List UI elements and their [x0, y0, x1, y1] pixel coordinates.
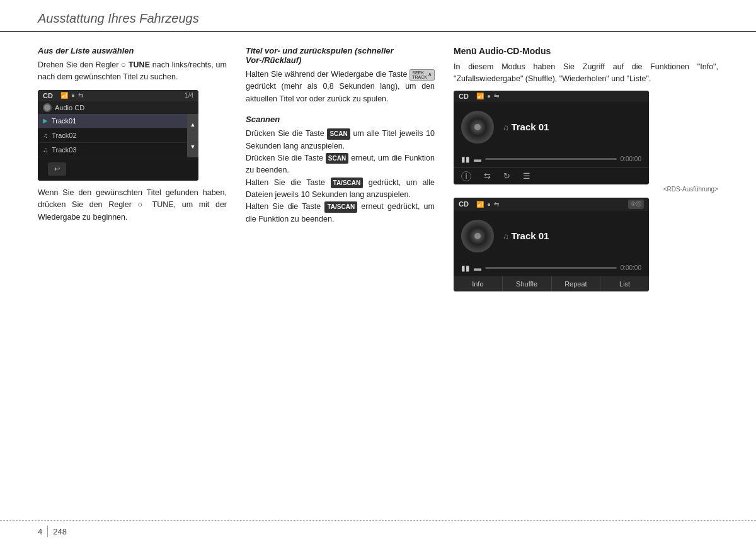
track-list-wrapper: ▶ Track01 ♫ Track02 ♫ Track03 ▲ ▼ [38, 114, 198, 157]
pause-btn-2[interactable]: ▮▮ [461, 264, 470, 273]
cd-title: Audio CD [55, 104, 84, 111]
track-name-2: Track02 [52, 132, 76, 139]
cd-label-large-2: CD [459, 200, 469, 208]
cd-large-topbar-2: CD 📶 ● ⇆ ①⓪ [454, 198, 649, 211]
info-icon-1[interactable]: i [461, 171, 471, 181]
col2-section1-body: Halten Sie während der Wiedergabe die Ta… [246, 69, 435, 105]
col2-section2-body2: Drücken Sie die Taste SCAN erneut, um di… [246, 152, 435, 177]
page-num: 1/4 [185, 92, 193, 99]
repeat-badge-2: ①⓪ [628, 200, 644, 209]
usb-icon-l2: ⇆ [494, 201, 499, 208]
content-area: Aus der Liste auswählen Drehen Sie den R… [0, 32, 756, 293]
note-icon-large-2: ♫ [503, 232, 511, 241]
cd-topbar: CD 📶 ● ⇆ 1/4 [38, 90, 198, 101]
cd-menu-bar: Info Shuffle Repeat List [454, 276, 649, 291]
page-footer: 4 248 [0, 520, 756, 542]
back-button[interactable]: ↩ [48, 162, 66, 176]
scroll-arrows: ▲ ▼ [187, 114, 198, 157]
note-icon-large-1: ♫ [503, 123, 511, 132]
track-name-1: Track01 [52, 117, 76, 125]
progress-container-2: ▮▮ ▬ 0:00:00 [461, 264, 641, 273]
pause-btn-1[interactable]: ▮▮ [461, 155, 470, 164]
track-item-2[interactable]: ♫ Track02 [38, 128, 187, 143]
track-info-1: ♫ Track 01 [503, 121, 641, 132]
column-3: Menü Audio-CD-Modus In diesem Modus habe… [454, 46, 718, 293]
cd-large-topbar-1: CD 📶 ● ⇆ [454, 91, 649, 102]
cd-screen-menu: CD 📶 ● ⇆ ①⓪ ♫ Track 01 ▮▮ ▬ [454, 198, 649, 291]
track-item-3[interactable]: ♫ Track03 [38, 143, 187, 157]
footer-separator [47, 526, 48, 537]
topbar-icons-large-1: 📶 ● ⇆ [476, 93, 499, 99]
col1-body1: Drehen Sie den Regler ○ TUNE nach links/… [38, 59, 227, 84]
col2-section1-heading: Titel vor- und zurückspulen (schneller V… [246, 46, 435, 65]
signal-icon-l1: ● [487, 93, 491, 99]
footer-page: 248 [53, 527, 67, 536]
col3-heading: Menü Audio-CD-Modus [454, 46, 718, 56]
col2-section2-heading: Scannen [246, 115, 435, 124]
track-list: ▶ Track01 ♫ Track02 ♫ Track03 [38, 114, 198, 157]
cd-controls-2: ▮▮ ▬ 0:00:00 [454, 261, 649, 276]
note-icon-2: ♫ [43, 132, 48, 139]
bluetooth-icon-l1: 📶 [476, 93, 484, 99]
time-display-2: 0:00:00 [621, 264, 641, 271]
scroll-up-button[interactable]: ▲ [187, 114, 198, 136]
usb-icon-l1: ⇆ [494, 93, 499, 99]
disc-icon [43, 103, 52, 112]
cd-label: CD [43, 92, 53, 99]
signal-icon-l2: ● [487, 201, 491, 208]
progress-bar-2 [485, 267, 617, 269]
page-header: Ausstattung Ihres Fahrzeugs [0, 0, 756, 32]
tascan-button-2: TA/SCAN [324, 201, 357, 213]
col2-section2-body3: Halten Sie die Taste TA/SCAN gedrückt, u… [246, 177, 435, 201]
cd-bottom-bar-1: i ⇆ ↻ ☰ [454, 167, 649, 184]
cd-titlebar: Audio CD [38, 101, 198, 114]
menu-item-repeat[interactable]: Repeat [552, 276, 601, 291]
cd-label-large-1: CD [459, 93, 469, 100]
track-name-3: Track03 [52, 146, 76, 154]
track-info-2: ♫ Track 01 [503, 230, 641, 241]
cd-screen-list: CD 📶 ● ⇆ 1/4 Audio CD ▶ Track01 [38, 90, 198, 181]
track-name-large-2: Track 01 [511, 230, 549, 241]
bluetooth-icon-l2: 📶 [476, 201, 484, 208]
cd-large-main-1: ♫ Track 01 [454, 102, 649, 152]
cd-screen-rds: CD 📶 ● ⇆ ♫ Track 01 ▮▮ ▬ [454, 91, 649, 184]
usb-icon: ⇆ [78, 92, 83, 99]
cd-controls-1: ▮▮ ▬ 0:00:00 [454, 152, 649, 167]
track-name-large-1: Track 01 [511, 121, 549, 132]
play-icon: ▶ [43, 117, 48, 124]
scroll-down-button[interactable]: ▼ [187, 135, 198, 157]
col1-heading: Aus der Liste auswählen [38, 46, 227, 55]
menu-item-list[interactable]: List [600, 276, 649, 291]
progress-bar-1 [485, 158, 617, 160]
column-2: Titel vor- und zurückspulen (schneller V… [246, 46, 435, 293]
cd-large-main-2: ♫ Track 01 [454, 211, 649, 261]
repeat-icon-1[interactable]: ↻ [503, 171, 510, 181]
menu-item-info[interactable]: Info [454, 276, 503, 291]
tascan-button-1: TA/SCAN [331, 178, 364, 189]
topbar-icons-large-2: 📶 ● ⇆ [476, 201, 499, 208]
menu-item-shuffle[interactable]: Shuffle [503, 276, 552, 291]
minus-btn-2[interactable]: ▬ [474, 264, 481, 273]
time-display-1: 0:00:00 [621, 155, 641, 162]
note-icon-3: ♫ [43, 146, 48, 154]
list-icon-1[interactable]: ☰ [523, 171, 530, 181]
scan-button-1: SCAN [327, 128, 350, 140]
col1-body3: Wenn Sie den gewünschten Titel gefunden … [38, 187, 227, 223]
progress-container-1: ▮▮ ▬ 0:00:00 [461, 155, 641, 164]
topbar-icons: 📶 ● ⇆ [60, 92, 83, 99]
track-item-1[interactable]: ▶ Track01 [38, 114, 187, 128]
rds-caption: <RDS-Ausführung> [454, 186, 718, 193]
shuffle-icon-1[interactable]: ⇆ [484, 171, 491, 181]
seek-track-button: SEEKTRACK ∧ [410, 69, 435, 81]
signal-icon: ● [71, 92, 75, 99]
disc-graphic-2 [461, 220, 494, 252]
column-1: Aus der Liste auswählen Drehen Sie den R… [38, 46, 227, 293]
disc-graphic-1 [461, 111, 494, 144]
minus-btn-1[interactable]: ▬ [474, 155, 481, 164]
col2-section2-body1: Drücken Sie die Taste SCAN um alle Titel… [246, 128, 435, 152]
bluetooth-icon: 📶 [60, 92, 68, 99]
scan-button-2: SCAN [326, 153, 348, 164]
footer-section: 4 [38, 527, 42, 536]
col3-body1: In diesem Modus haben Sie Zugriff auf di… [454, 61, 718, 86]
col2-section2-body4: Halten Sie die Taste TA/SCAN erneut gedr… [246, 201, 435, 225]
